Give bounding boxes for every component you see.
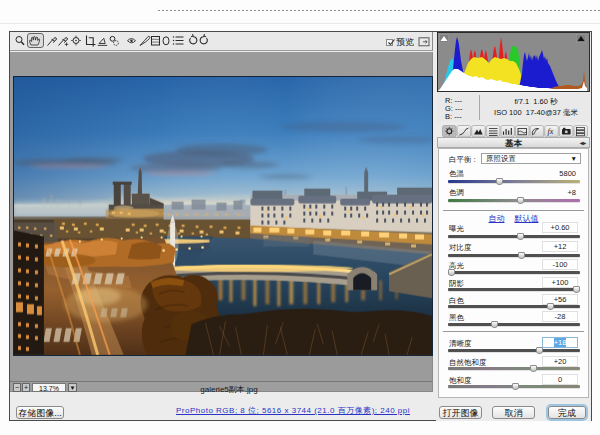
- svg-text:fx: fx: [548, 127, 554, 136]
